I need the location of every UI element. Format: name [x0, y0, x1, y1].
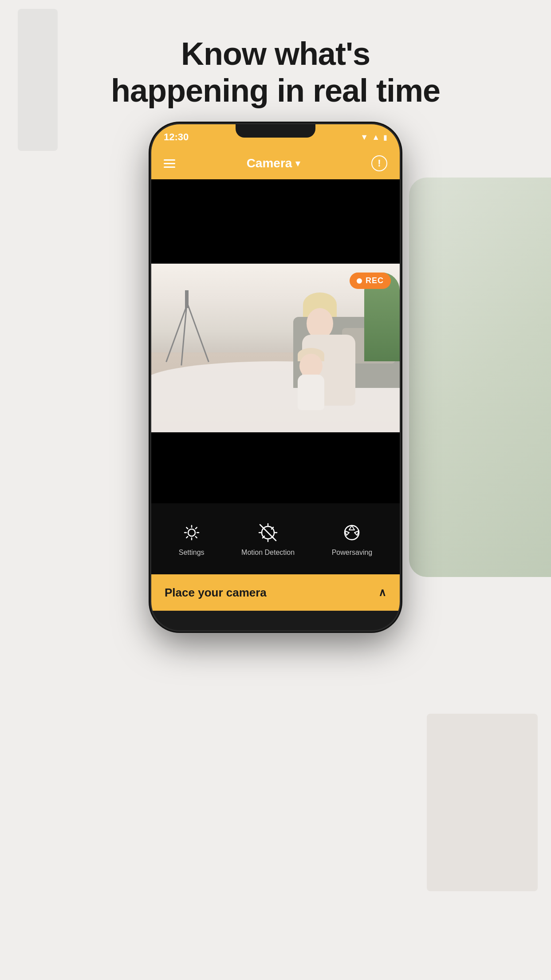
app-header: Camera ▾ !: [151, 147, 400, 179]
bottom-nav: Settings: [151, 503, 400, 574]
gear-icon: [182, 523, 201, 542]
signal-icon: ▲: [372, 133, 380, 142]
phone-body: 12:30 ▼ ▲ ▮ Camera ▾ !: [151, 124, 400, 630]
phone-notch: [236, 124, 315, 138]
camera-view: REC: [151, 264, 400, 432]
black-top-bar: [151, 179, 400, 264]
svg-point-0: [188, 529, 195, 536]
status-time: 12:30: [164, 131, 189, 143]
menu-line: [164, 166, 175, 168]
status-icons: ▼ ▲ ▮: [360, 133, 387, 142]
motion-icon: [256, 521, 279, 544]
menu-button[interactable]: [164, 159, 175, 168]
phone-wrapper: 12:30 ▼ ▲ ▮ Camera ▾ !: [151, 124, 400, 950]
rec-badge: REC: [350, 273, 391, 289]
tripod-leg: [187, 303, 209, 362]
alert-button[interactable]: !: [371, 155, 387, 171]
title-line2: happening in real time: [111, 73, 440, 108]
battery-icon: ▮: [383, 133, 387, 142]
tripod: [169, 290, 205, 379]
bg-table-decoration: [427, 714, 538, 891]
bg-plant-decoration: [409, 178, 551, 577]
child-body: [298, 375, 324, 410]
chevron-down-icon: ▾: [295, 158, 300, 169]
motion-label: Motion Detection: [241, 549, 295, 557]
rec-label: REC: [366, 276, 384, 285]
menu-line: [164, 163, 175, 164]
settings-icon: [180, 521, 203, 544]
title-line1: Know what's: [181, 36, 370, 71]
wifi-icon: ▼: [360, 133, 368, 142]
bottom-banner[interactable]: Place your camera ∧: [151, 574, 400, 611]
header-title[interactable]: Camera ▾: [247, 156, 300, 170]
black-bottom-bar: [151, 432, 400, 503]
recycle-icon: [342, 523, 362, 542]
nav-item-powersaving[interactable]: Powersaving: [332, 521, 373, 557]
nav-item-motion[interactable]: Motion Detection: [241, 521, 295, 557]
motion-detection-icon: [258, 523, 278, 542]
chevron-up-icon: ∧: [378, 586, 386, 599]
settings-label: Settings: [179, 549, 205, 557]
page-title: Know what's happening in real time: [0, 36, 551, 109]
alert-label: !: [378, 158, 381, 169]
nav-item-settings[interactable]: Settings: [179, 521, 205, 557]
powersaving-label: Powersaving: [332, 549, 373, 557]
powersaving-icon: [340, 521, 363, 544]
child-figure: [293, 357, 329, 410]
camera-label: Camera: [247, 156, 292, 170]
rec-dot: [357, 278, 362, 284]
camera-background: [151, 264, 400, 432]
banner-text: Place your camera: [165, 586, 267, 600]
scene: [151, 264, 400, 432]
menu-line: [164, 159, 175, 161]
